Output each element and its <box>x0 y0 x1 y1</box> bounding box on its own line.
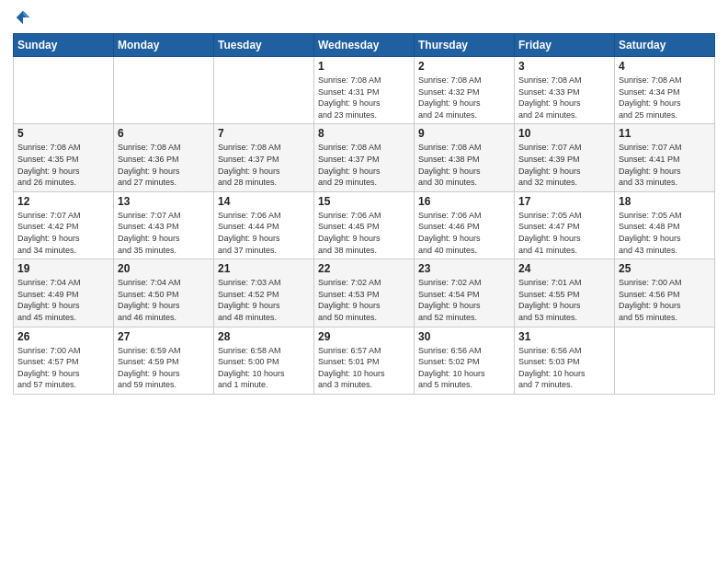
day-number: 19 <box>17 262 109 275</box>
day-cell-7: 7Sunrise: 7:08 AM Sunset: 4:37 PM Daylig… <box>214 124 314 191</box>
day-cell-19: 19Sunrise: 7:04 AM Sunset: 4:49 PM Dayli… <box>14 259 114 327</box>
day-cell-5: 5Sunrise: 7:08 AM Sunset: 4:35 PM Daylig… <box>14 124 114 191</box>
header <box>13 9 715 26</box>
day-info: Sunrise: 7:08 AM Sunset: 4:36 PM Dayligh… <box>118 142 210 188</box>
day-number: 1 <box>318 60 410 73</box>
day-number: 9 <box>418 127 510 140</box>
day-info: Sunrise: 7:04 AM Sunset: 4:50 PM Dayligh… <box>118 277 210 323</box>
day-number: 3 <box>518 60 610 73</box>
day-cell-30: 30Sunrise: 6:56 AM Sunset: 5:02 PM Dayli… <box>415 327 515 394</box>
day-info: Sunrise: 6:58 AM Sunset: 5:00 PM Dayligh… <box>218 345 310 391</box>
empty-cell <box>14 57 114 124</box>
day-number: 17 <box>518 195 610 208</box>
weekday-header-tuesday: Tuesday <box>214 34 314 57</box>
day-cell-16: 16Sunrise: 7:06 AM Sunset: 4:46 PM Dayli… <box>415 191 515 259</box>
day-number: 13 <box>118 195 210 208</box>
day-number: 12 <box>17 195 109 208</box>
week-row-2: 5Sunrise: 7:08 AM Sunset: 4:35 PM Daylig… <box>14 124 715 191</box>
day-number: 7 <box>218 127 310 140</box>
day-info: Sunrise: 7:01 AM Sunset: 4:55 PM Dayligh… <box>518 277 610 323</box>
week-row-3: 12Sunrise: 7:07 AM Sunset: 4:42 PM Dayli… <box>14 191 715 259</box>
day-number: 14 <box>218 195 310 208</box>
day-info: Sunrise: 7:07 AM Sunset: 4:39 PM Dayligh… <box>518 142 610 188</box>
day-number: 26 <box>17 330 109 343</box>
calendar-table: SundayMondayTuesdayWednesdayThursdayFrid… <box>13 33 715 395</box>
day-number: 16 <box>418 195 510 208</box>
day-number: 27 <box>118 330 210 343</box>
day-number: 4 <box>619 60 711 73</box>
day-number: 6 <box>118 127 210 140</box>
day-info: Sunrise: 7:07 AM Sunset: 4:41 PM Dayligh… <box>619 142 711 188</box>
day-number: 11 <box>619 127 711 140</box>
day-cell-9: 9Sunrise: 7:08 AM Sunset: 4:38 PM Daylig… <box>415 124 515 191</box>
day-number: 2 <box>418 60 510 73</box>
day-cell-25: 25Sunrise: 7:00 AM Sunset: 4:56 PM Dayli… <box>615 259 715 327</box>
day-number: 21 <box>218 262 310 275</box>
day-cell-13: 13Sunrise: 7:07 AM Sunset: 4:43 PM Dayli… <box>114 191 214 259</box>
day-number: 28 <box>218 330 310 343</box>
day-cell-22: 22Sunrise: 7:02 AM Sunset: 4:53 PM Dayli… <box>314 259 415 327</box>
day-info: Sunrise: 7:06 AM Sunset: 4:44 PM Dayligh… <box>218 210 310 256</box>
day-cell-6: 6Sunrise: 7:08 AM Sunset: 4:36 PM Daylig… <box>114 124 214 191</box>
weekday-header-monday: Monday <box>114 34 214 57</box>
day-cell-3: 3Sunrise: 7:08 AM Sunset: 4:33 PM Daylig… <box>515 57 615 124</box>
day-cell-18: 18Sunrise: 7:05 AM Sunset: 4:48 PM Dayli… <box>615 191 715 259</box>
week-row-1: 1Sunrise: 7:08 AM Sunset: 4:31 PM Daylig… <box>14 57 715 124</box>
page: SundayMondayTuesdayWednesdayThursdayFrid… <box>0 0 728 563</box>
day-number: 29 <box>318 330 410 343</box>
day-number: 31 <box>518 330 610 343</box>
day-cell-27: 27Sunrise: 6:59 AM Sunset: 4:59 PM Dayli… <box>114 327 214 394</box>
logo-text <box>13 9 31 26</box>
day-cell-2: 2Sunrise: 7:08 AM Sunset: 4:32 PM Daylig… <box>415 57 515 124</box>
day-info: Sunrise: 7:00 AM Sunset: 4:57 PM Dayligh… <box>17 345 109 391</box>
day-cell-15: 15Sunrise: 7:06 AM Sunset: 4:45 PM Dayli… <box>314 191 415 259</box>
day-number: 10 <box>518 127 610 140</box>
day-info: Sunrise: 6:59 AM Sunset: 4:59 PM Dayligh… <box>118 345 210 391</box>
day-info: Sunrise: 7:08 AM Sunset: 4:31 PM Dayligh… <box>318 75 410 121</box>
weekday-header-friday: Friday <box>515 34 615 57</box>
day-number: 20 <box>118 262 210 275</box>
day-cell-29: 29Sunrise: 6:57 AM Sunset: 5:01 PM Dayli… <box>314 327 415 394</box>
weekday-header-wednesday: Wednesday <box>314 34 415 57</box>
day-cell-10: 10Sunrise: 7:07 AM Sunset: 4:39 PM Dayli… <box>515 124 615 191</box>
weekday-header-saturday: Saturday <box>615 34 715 57</box>
week-row-4: 19Sunrise: 7:04 AM Sunset: 4:49 PM Dayli… <box>14 259 715 327</box>
day-cell-20: 20Sunrise: 7:04 AM Sunset: 4:50 PM Dayli… <box>114 259 214 327</box>
day-info: Sunrise: 7:08 AM Sunset: 4:32 PM Dayligh… <box>418 75 510 121</box>
logo-icon <box>15 9 31 26</box>
day-number: 22 <box>318 262 410 275</box>
week-row-5: 26Sunrise: 7:00 AM Sunset: 4:57 PM Dayli… <box>14 327 715 394</box>
weekday-header-thursday: Thursday <box>415 34 515 57</box>
day-info: Sunrise: 7:08 AM Sunset: 4:33 PM Dayligh… <box>518 75 610 121</box>
day-number: 18 <box>619 195 711 208</box>
day-info: Sunrise: 7:06 AM Sunset: 4:46 PM Dayligh… <box>418 210 510 256</box>
day-cell-23: 23Sunrise: 7:02 AM Sunset: 4:54 PM Dayli… <box>415 259 515 327</box>
empty-cell <box>615 327 715 394</box>
day-cell-14: 14Sunrise: 7:06 AM Sunset: 4:44 PM Dayli… <box>214 191 314 259</box>
logo <box>13 9 31 26</box>
day-info: Sunrise: 7:03 AM Sunset: 4:52 PM Dayligh… <box>218 277 310 323</box>
day-cell-8: 8Sunrise: 7:08 AM Sunset: 4:37 PM Daylig… <box>314 124 415 191</box>
day-cell-17: 17Sunrise: 7:05 AM Sunset: 4:47 PM Dayli… <box>515 191 615 259</box>
day-info: Sunrise: 7:05 AM Sunset: 4:48 PM Dayligh… <box>619 210 711 256</box>
day-cell-31: 31Sunrise: 6:56 AM Sunset: 5:03 PM Dayli… <box>515 327 615 394</box>
day-info: Sunrise: 7:02 AM Sunset: 4:54 PM Dayligh… <box>418 277 510 323</box>
day-info: Sunrise: 7:06 AM Sunset: 4:45 PM Dayligh… <box>318 210 410 256</box>
day-number: 25 <box>619 262 711 275</box>
day-cell-24: 24Sunrise: 7:01 AM Sunset: 4:55 PM Dayli… <box>515 259 615 327</box>
empty-cell <box>114 57 214 124</box>
weekday-header-row: SundayMondayTuesdayWednesdayThursdayFrid… <box>14 34 715 57</box>
day-info: Sunrise: 7:07 AM Sunset: 4:42 PM Dayligh… <box>17 210 109 256</box>
day-cell-21: 21Sunrise: 7:03 AM Sunset: 4:52 PM Dayli… <box>214 259 314 327</box>
day-info: Sunrise: 7:08 AM Sunset: 4:38 PM Dayligh… <box>418 142 510 188</box>
day-info: Sunrise: 7:08 AM Sunset: 4:37 PM Dayligh… <box>318 142 410 188</box>
day-number: 8 <box>318 127 410 140</box>
day-number: 23 <box>418 262 510 275</box>
day-cell-12: 12Sunrise: 7:07 AM Sunset: 4:42 PM Dayli… <box>14 191 114 259</box>
day-info: Sunrise: 6:57 AM Sunset: 5:01 PM Dayligh… <box>318 345 410 391</box>
day-info: Sunrise: 7:08 AM Sunset: 4:37 PM Dayligh… <box>218 142 310 188</box>
day-info: Sunrise: 7:04 AM Sunset: 4:49 PM Dayligh… <box>17 277 109 323</box>
weekday-header-sunday: Sunday <box>14 34 114 57</box>
day-info: Sunrise: 7:05 AM Sunset: 4:47 PM Dayligh… <box>518 210 610 256</box>
day-cell-11: 11Sunrise: 7:07 AM Sunset: 4:41 PM Dayli… <box>615 124 715 191</box>
